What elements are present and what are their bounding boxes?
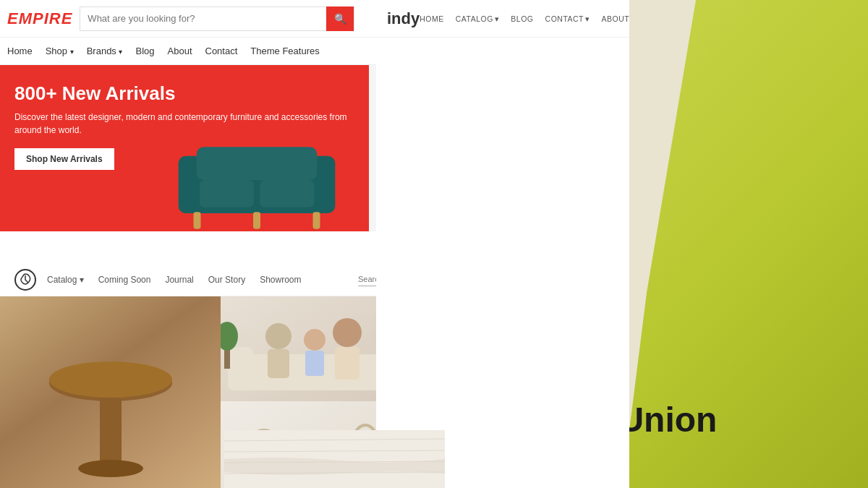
product-linen[interactable] — [224, 430, 445, 488]
nav-blog[interactable]: Blog — [135, 46, 154, 56]
svg-point-29 — [265, 323, 292, 349]
contact-arrow-icon: ▾ — [585, 14, 590, 23]
shop-dropdown-icon: ▾ — [70, 48, 74, 56]
wood-table-illustration — [31, 296, 190, 488]
svg-rect-12 — [253, 212, 260, 228]
handy-nav-home[interactable]: HOME — [420, 14, 444, 23]
empire-nav: Home Shop ▾ Brands ▾ Blog About Contact … — [0, 38, 441, 65]
empire-logo: EMPIRE — [7, 9, 72, 28]
svg-point-25 — [78, 460, 143, 477]
cascade-logo-icon — [18, 273, 33, 287]
empire-hero-main: 800+ New Arrivals Discover the latest de… — [0, 65, 369, 231]
catalog-dropdown-icon: ▾ — [80, 275, 84, 285]
svg-rect-9 — [200, 180, 254, 207]
sofa-illustration — [166, 123, 347, 231]
cascade-logo — [14, 269, 36, 291]
empire-hero: 800+ New Arrivals Discover the latest de… — [0, 65, 441, 231]
handy-nav: HOME CATALOG ▾ BLOG CONTACT ▾ ABOUT THEM… — [420, 14, 629, 23]
svg-rect-24 — [100, 398, 122, 470]
nav-home[interactable]: Home — [7, 46, 33, 56]
svg-rect-34 — [335, 347, 359, 380]
handy-nav-blog[interactable]: BLOG — [511, 14, 533, 23]
cascade-nav-journal[interactable]: Journal — [165, 275, 193, 285]
empire-search-input[interactable] — [80, 13, 326, 24]
handy-nav-contact[interactable]: CONTACT ▾ — [545, 14, 590, 23]
cascade-nav-coming-soon[interactable]: Coming Soon — [98, 275, 151, 285]
empire-theme: EMPIRE 🔍 Home Shop ▾ Brands ▾ Blog About… — [0, 0, 441, 488]
empire-search-button[interactable]: 🔍 — [326, 7, 354, 31]
cascade-nav-catalog[interactable]: Catalog ▾ — [47, 275, 84, 285]
svg-rect-10 — [260, 180, 314, 207]
svg-rect-13 — [313, 212, 320, 228]
svg-rect-27 — [228, 347, 253, 390]
handy-nav-about[interactable]: ABOUT — [602, 14, 629, 23]
linen-texture — [224, 430, 445, 488]
catalog-arrow-icon: ▾ — [495, 14, 500, 23]
empire-header: EMPIRE 🔍 — [0, 0, 441, 38]
empire-hero-title: 800+ New Arrivals — [14, 82, 354, 105]
cascade-nav: Catalog ▾ Coming Soon Journal Our Story … — [47, 275, 358, 285]
svg-rect-32 — [305, 351, 324, 376]
nav-brands[interactable]: Brands ▾ — [87, 46, 123, 56]
handy-logo: indy — [387, 9, 420, 28]
handy-nav-catalog[interactable]: CATALOG ▾ — [456, 14, 500, 23]
nav-shop[interactable]: Shop ▾ — [46, 46, 74, 56]
empire-shop-arrivals-button[interactable]: Shop New Arrivals — [14, 148, 114, 170]
handy-header: indy HOME CATALOG ▾ BLOG CONTACT ▾ ABOUT… — [376, 0, 629, 38]
product-wood-table[interactable] — [0, 296, 221, 488]
svg-point-33 — [333, 318, 362, 347]
handy-theme: indy HOME CATALOG ▾ BLOG CONTACT ▾ ABOUT… — [376, 0, 629, 488]
nav-contact[interactable]: Contact — [205, 46, 238, 56]
cascade-nav-our-story[interactable]: Our Story — [208, 275, 245, 285]
svg-point-31 — [304, 329, 326, 351]
brands-dropdown-icon: ▾ — [119, 48, 122, 56]
svg-rect-30 — [268, 349, 289, 378]
svg-rect-8 — [197, 147, 318, 180]
cascade-header: Catalog ▾ Coming Soon Journal Our Story … — [0, 264, 441, 296]
empire-search-bar: 🔍 — [80, 7, 354, 31]
search-icon: 🔍 — [334, 13, 346, 25]
linen-illustration — [224, 430, 445, 488]
nav-about[interactable]: About — [168, 46, 192, 56]
svg-rect-11 — [194, 212, 201, 228]
svg-point-38 — [221, 322, 238, 351]
nav-theme-features[interactable]: Theme Features — [250, 46, 319, 56]
cascade-nav-showroom[interactable]: Showroom — [260, 275, 301, 285]
svg-point-23 — [49, 361, 172, 398]
